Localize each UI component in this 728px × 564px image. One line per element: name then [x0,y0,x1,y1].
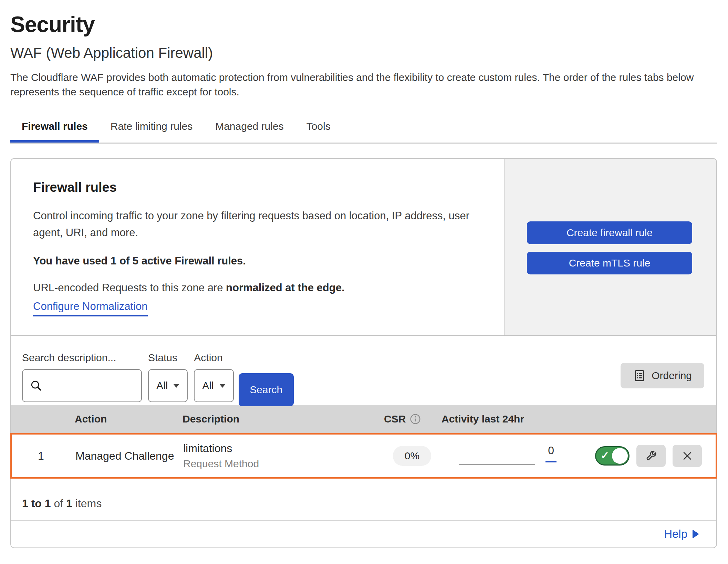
search-filter-group: Search description... [22,352,142,402]
create-firewall-rule-button[interactable]: Create firewall rule [527,221,692,244]
ordering-list-icon [633,369,646,382]
rule-description: limitations [183,442,382,455]
card-top-section: Firewall rules Control incoming traffic … [11,159,716,336]
card-footer: Help [11,520,716,547]
status-label: Status [148,352,188,364]
filter-bar: Search description... Status All [11,336,716,405]
page-description: The Cloudflare WAF provides both automat… [10,70,696,99]
summary-items: items [75,497,102,510]
normalization-note: URL-encoded Requests to this zone are no… [33,282,483,294]
help-label: Help [664,528,687,541]
search-input[interactable] [47,380,141,391]
csr-header-label: CSR [384,413,406,425]
rule-action: Managed Challenge [70,450,177,462]
column-header-description: Description [176,413,381,425]
action-dropdown[interactable]: All [194,369,233,402]
help-link[interactable]: Help [664,528,699,541]
security-waf-page: Security WAF (Web Application Firewall) … [0,12,728,564]
firewall-rules-info: Firewall rules Control incoming traffic … [11,159,504,335]
tab-label: Firewall rules [22,121,88,132]
info-icon[interactable] [410,414,421,425]
column-header-action: Action [70,413,176,425]
rule-priority: 1 [12,450,70,462]
normalization-text: URL-encoded Requests to this zone are [33,282,226,294]
action-dropdown-value: All [202,380,214,391]
tab-tools[interactable]: Tools [295,112,342,143]
toggle-knob [612,448,628,464]
pagination-summary: 1 to 1 of 1 items [11,479,716,520]
firewall-rule-row: 1 Managed Challenge limitations Request … [10,433,717,479]
column-header-activity: Activity last 24hr [441,413,583,425]
table-header: Action Description CSR Activity last 24h… [11,405,716,433]
rule-csr-cell: 0% [382,446,442,466]
delete-rule-button[interactable] [673,445,702,467]
status-filter-group: Status All [148,352,188,402]
page-subtitle: WAF (Web Application Firewall) [10,45,728,61]
panel-description: Control incoming traffic to your zone by… [33,207,481,241]
summary-of: of [54,497,63,510]
tab-label: Rate limiting rules [111,121,193,132]
csr-badge: 0% [393,446,431,466]
ordering-button-label: Ordering [652,370,692,382]
close-icon [682,450,693,462]
search-label: Search description... [22,352,142,364]
summary-total: 1 [66,497,72,510]
tab-label: Managed rules [215,121,283,132]
search-icon [30,380,42,391]
check-icon: ✓ [601,450,609,461]
search-button[interactable]: Search [239,373,294,406]
tab-label: Tools [306,121,331,132]
normalization-bold-text: normalized at the edge. [226,282,345,294]
panel-heading: Firewall rules [33,180,483,195]
search-box[interactable] [22,369,142,402]
activity-sparkline [459,464,535,465]
tab-bar: Firewall rules Rate limiting rules Manag… [10,112,717,144]
chevron-down-icon [219,384,226,388]
rule-expression-summary: Request Method [183,458,382,470]
edit-rule-button[interactable] [636,445,666,467]
usage-summary: You have used 1 of 5 active Firewall rul… [33,255,483,267]
tab-rate-limiting-rules[interactable]: Rate limiting rules [99,112,204,143]
status-dropdown[interactable]: All [148,369,188,402]
action-label: Action [194,352,233,364]
page-title: Security [10,12,728,37]
actions-panel: Create firewall rule Create mTLS rule [504,159,716,335]
rule-description-cell: limitations Request Method [177,442,382,470]
configure-normalization-link[interactable]: Configure Normalization [33,300,148,316]
help-arrow-icon [693,530,699,539]
chevron-down-icon [173,384,179,388]
ordering-button[interactable]: Ordering [621,363,704,388]
rule-enabled-toggle[interactable]: ✓ [595,446,630,466]
tab-firewall-rules[interactable]: Firewall rules [10,112,99,143]
rule-controls: ✓ [583,445,716,467]
status-dropdown-value: All [156,380,168,391]
rule-activity-cell: 0 [442,435,583,477]
action-filter-group: Action All [194,352,233,402]
create-mtls-rule-button[interactable]: Create mTLS rule [527,252,692,274]
activity-count-link[interactable]: 0 [545,444,557,462]
column-header-csr: CSR [381,413,441,425]
wrench-icon [645,450,657,462]
tab-managed-rules[interactable]: Managed rules [204,112,295,143]
summary-range: 1 to 1 [22,497,51,510]
firewall-rules-card: Firewall rules Control incoming traffic … [10,158,717,548]
